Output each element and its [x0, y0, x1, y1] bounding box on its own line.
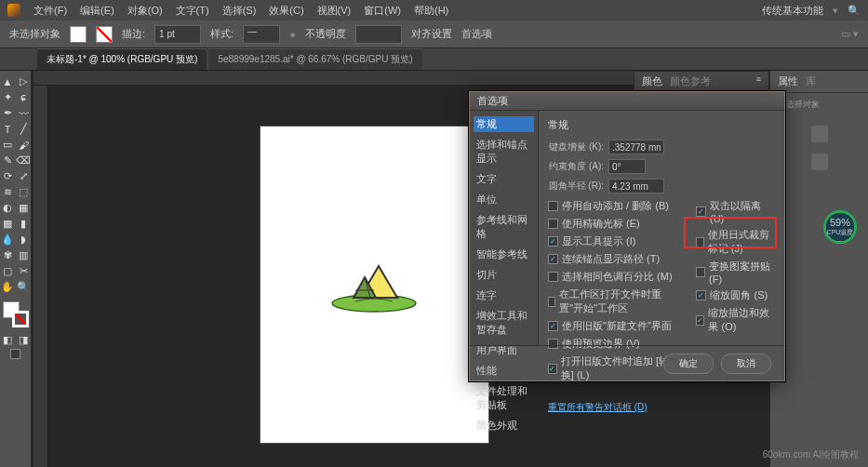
- cat-selection[interactable]: 选择和锚点显示: [474, 137, 534, 167]
- shape-builder-icon[interactable]: ◐: [1, 201, 15, 215]
- chk-legacy-new[interactable]: [548, 321, 558, 331]
- color-panel-tab[interactable]: 颜色: [642, 74, 662, 88]
- cat-hyphen[interactable]: 连字: [474, 287, 534, 303]
- reset-warnings-link[interactable]: 重置所有警告对话框 (D): [548, 402, 648, 412]
- menu-file[interactable]: 文件(F): [33, 4, 67, 18]
- gradient-tool-icon[interactable]: ▮: [17, 217, 31, 231]
- app-logo: [7, 4, 20, 17]
- rectangle-tool-icon[interactable]: ▭: [1, 138, 15, 152]
- panel-shortcut-icon[interactable]: [811, 153, 828, 170]
- kb-increment-input[interactable]: [608, 140, 664, 154]
- symbol-sprayer-icon[interactable]: ✾: [1, 248, 15, 262]
- menu-select[interactable]: 选择(S): [222, 4, 257, 18]
- section-heading: 常规: [548, 118, 775, 132]
- blend-tool-icon[interactable]: ◗: [17, 233, 31, 247]
- rotate-tool-icon[interactable]: ⟳: [1, 169, 15, 183]
- slice-tool-icon[interactable]: ✂: [17, 264, 31, 278]
- draw-mode-icon[interactable]: ◨: [17, 333, 31, 347]
- cat-filehandling[interactable]: 文件处理和剪贴板: [474, 383, 534, 413]
- tab-doc1[interactable]: 未标题-1* @ 100% (RGB/GPU 预览): [37, 48, 207, 70]
- fill-stroke-control[interactable]: [3, 301, 29, 327]
- type-tool-icon[interactable]: T: [1, 122, 15, 136]
- color-guide-tab[interactable]: 颜色参考: [670, 74, 711, 88]
- line-tool-icon[interactable]: ╱: [17, 122, 31, 136]
- doc-setup-button[interactable]: 对齐设置: [411, 27, 452, 41]
- cat-plugins[interactable]: 增效工具和暂存盘: [474, 308, 534, 338]
- brush-tool-icon[interactable]: 🖌: [17, 138, 31, 152]
- dialog-title: 首选项: [470, 92, 784, 111]
- constrain-angle-input[interactable]: [608, 159, 646, 174]
- graph-tool-icon[interactable]: ▥: [17, 248, 31, 262]
- tab-doc2[interactable]: 5e88999e1285.ai* @ 66.67% (RGB/GPU 预览): [208, 48, 421, 70]
- chk-transform-pattern[interactable]: [696, 267, 705, 277]
- artboard[interactable]: [260, 127, 488, 443]
- chk-dblclick-isolate[interactable]: [696, 207, 706, 217]
- chk-tooltips[interactable]: [548, 236, 558, 247]
- hand-tool-icon[interactable]: ✋: [1, 280, 15, 294]
- menu-view[interactable]: 视图(V): [317, 4, 352, 18]
- panel-shortcut-icon[interactable]: [811, 126, 828, 142]
- chk-startws[interactable]: [548, 297, 555, 307]
- eyedropper-icon[interactable]: 💧: [1, 233, 15, 247]
- stroke-swatch[interactable]: [96, 26, 113, 43]
- stroke-weight-input[interactable]: [154, 25, 201, 44]
- menu-edit[interactable]: 编辑(E): [80, 4, 114, 18]
- chk-anchor[interactable]: [548, 254, 558, 264]
- opacity-label: 不透明度: [305, 27, 346, 41]
- lasso-tool-icon[interactable]: ɕ: [17, 90, 31, 104]
- style-dropdown[interactable]: —: [243, 25, 280, 44]
- eraser-tool-icon[interactable]: ⌫: [17, 153, 31, 167]
- ok-button[interactable]: 确定: [663, 354, 714, 374]
- no-selection-label: 未选择对象: [9, 27, 60, 41]
- chk-autoadd[interactable]: [548, 201, 558, 211]
- zoom-tool-icon[interactable]: 🔍: [17, 280, 31, 294]
- free-transform-icon[interactable]: ⬚: [17, 185, 31, 199]
- cat-general[interactable]: 常规: [474, 116, 534, 132]
- mesh-tool-icon[interactable]: ▩: [1, 217, 15, 231]
- curvature-tool-icon[interactable]: 〰: [17, 106, 31, 120]
- cat-smartguides[interactable]: 智能参考线: [474, 247, 534, 262]
- prefs-category-list: 常规 选择和锚点显示 文字 单位 参考线和网格 智能参考线 切片 连字 增效工具…: [470, 111, 539, 345]
- stroke-label: 描边:: [122, 27, 145, 41]
- chk-tint[interactable]: [548, 272, 558, 282]
- menu-type[interactable]: 文字(T): [176, 4, 209, 18]
- shaper-tool-icon[interactable]: ✎: [1, 153, 15, 167]
- cat-black[interactable]: 黑色外观: [474, 418, 534, 434]
- properties-tab[interactable]: 属性 库: [770, 71, 868, 93]
- chk-scale-strokes[interactable]: [696, 315, 704, 326]
- corner-radius-label: 圆角半径 (R):: [548, 180, 604, 193]
- chk-precise[interactable]: [548, 219, 558, 229]
- search-icon[interactable]: 🔍: [848, 5, 861, 17]
- width-tool-icon[interactable]: ≋: [1, 185, 15, 199]
- prefs-button[interactable]: 首选项: [461, 27, 492, 41]
- cancel-button[interactable]: 取消: [721, 354, 771, 374]
- cpu-gauge: 59%CPU温度: [823, 210, 857, 244]
- menubar: 文件(F) 编辑(E) 对象(O) 文字(T) 选择(S) 效果(C) 视图(V…: [0, 0, 868, 20]
- magic-wand-icon[interactable]: ✦: [1, 90, 15, 104]
- cat-units[interactable]: 单位: [474, 192, 534, 207]
- menu-window[interactable]: 窗口(W): [364, 4, 401, 18]
- cat-slices[interactable]: 切片: [474, 267, 534, 283]
- document-tabs: 未标题-1* @ 100% (RGB/GPU 预览) 5e88999e1285.…: [0, 48, 868, 71]
- screen-mode-icon[interactable]: [10, 349, 20, 359]
- color-mode-icon[interactable]: ◧: [1, 333, 15, 347]
- chk-scale-corners[interactable]: [696, 290, 706, 300]
- tools-panel: ▲▷ ✦ɕ ✒〰 T╱ ▭🖌 ✎⌫ ⟳⤢ ≋⬚ ◐▦ ▩▮ 💧◗ ✾▥ ▢✂ ✋…: [0, 71, 32, 467]
- chk-jp-crop[interactable]: [696, 237, 703, 247]
- direct-select-tool-icon[interactable]: ▷: [17, 74, 31, 88]
- cat-type[interactable]: 文字: [474, 171, 534, 187]
- fill-swatch[interactable]: [70, 26, 87, 43]
- workspace-switcher[interactable]: 传统基本功能: [762, 4, 823, 18]
- opacity-dropdown[interactable]: [355, 25, 402, 44]
- options-bar: 未选择对象 描边: 样式: — ● 不透明度 对齐设置 首选项 ▭ ▾: [0, 20, 868, 48]
- artboard-tool-icon[interactable]: ▢: [1, 264, 15, 278]
- menu-help[interactable]: 帮助(H): [414, 4, 448, 18]
- menu-object[interactable]: 对象(O): [127, 4, 163, 18]
- selection-tool-icon[interactable]: ▲: [1, 74, 15, 88]
- pen-tool-icon[interactable]: ✒: [1, 106, 15, 120]
- menu-effect[interactable]: 效果(C): [269, 4, 303, 18]
- corner-radius-input[interactable]: [608, 179, 664, 193]
- cat-guides[interactable]: 参考线和网格: [474, 212, 534, 242]
- scale-tool-icon[interactable]: ⤢: [17, 169, 31, 183]
- perspective-icon[interactable]: ▦: [17, 201, 31, 215]
